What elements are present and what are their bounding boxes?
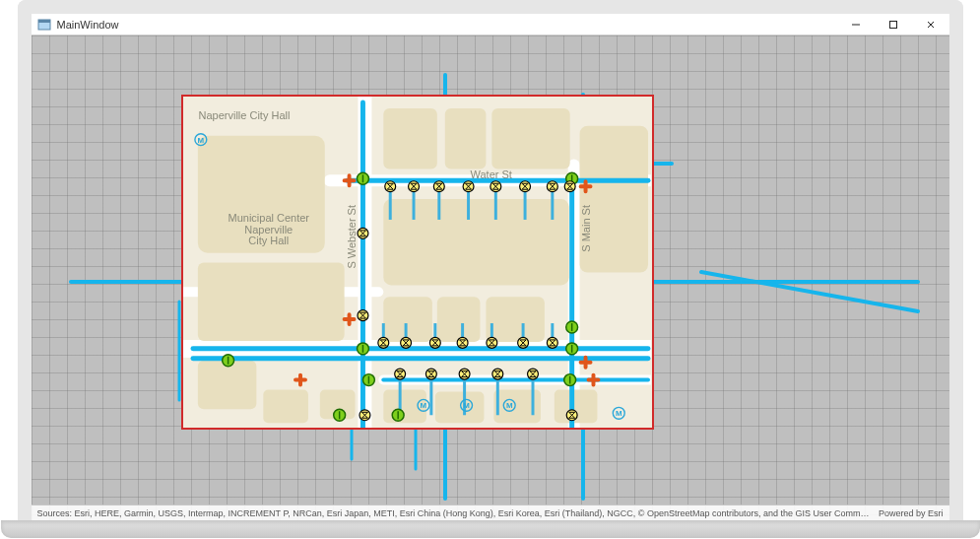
basemap-and-network: MMMMM [183, 97, 652, 429]
svg-rect-3 [197, 136, 324, 253]
app-window-icon [37, 18, 51, 32]
maximize-button[interactable] [875, 14, 912, 35]
svg-rect-17 [434, 391, 484, 423]
svg-rect-6 [444, 108, 486, 168]
laptop-mockup: MainWindow [18, 0, 963, 538]
minimize-button[interactable] [837, 14, 875, 35]
svg-rect-12 [486, 297, 544, 342]
map-viewport[interactable]: MMMMM Naperville City Hall Municipal Cen… [32, 35, 949, 520]
svg-rect-14 [263, 389, 308, 423]
map-attribution-bar: Sources: Esri, HERE, Garmin, USGS, Inter… [32, 505, 949, 520]
map-extent-box: MMMMM Naperville City Hall Municipal Cen… [181, 95, 654, 430]
svg-rect-4 [197, 263, 344, 341]
window-title: MainWindow [57, 19, 119, 31]
svg-text:M: M [505, 401, 512, 410]
svg-rect-13 [197, 361, 255, 410]
svg-rect-8 [383, 199, 568, 285]
svg-rect-2 [889, 21, 896, 28]
svg-text:M: M [197, 136, 204, 145]
svg-rect-11 [436, 297, 480, 342]
svg-text:M: M [420, 401, 426, 410]
svg-rect-10 [383, 297, 432, 342]
svg-rect-7 [491, 108, 569, 168]
svg-rect-1 [38, 20, 50, 23]
close-button[interactable] [912, 14, 949, 35]
laptop-base [1, 520, 980, 538]
svg-rect-9 [579, 126, 647, 273]
attribution-powered-by: Powered by Esri [879, 508, 944, 518]
window-titlebar: MainWindow [32, 14, 949, 35]
attribution-sources: Sources: Esri, HERE, Garmin, USGS, Inter… [37, 508, 871, 518]
svg-text:M: M [615, 409, 621, 418]
svg-text:M: M [463, 401, 470, 410]
screen-bezel: MainWindow [18, 0, 963, 520]
svg-rect-5 [383, 108, 437, 168]
